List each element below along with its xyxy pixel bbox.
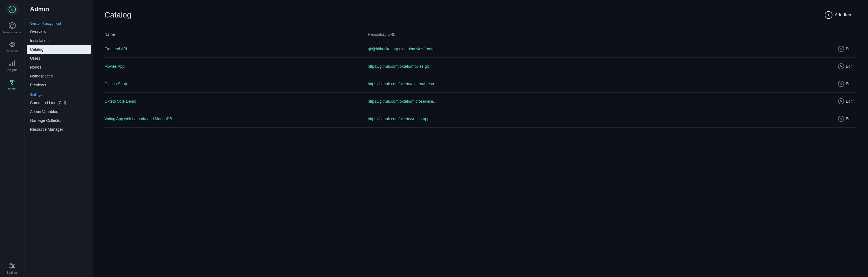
svg-line-13 <box>12 82 13 83</box>
settings-label: Settings <box>7 271 18 274</box>
sort-arrow-icon: ↑ <box>117 33 119 37</box>
sidebar-item-namespaces[interactable]: Namespaces <box>25 72 93 80</box>
admin-icon <box>8 78 16 86</box>
edit-label: Edit <box>846 64 852 69</box>
catalog-item-name[interactable]: Movies App <box>104 58 368 75</box>
column-header-repo: Repository URL <box>368 30 748 40</box>
table-row: Movies App https://github.com/okteto/mov… <box>104 58 857 75</box>
page-title: Catalog <box>104 10 131 20</box>
table-row: Okteto Vote Demo https://github.com/okte… <box>104 93 857 110</box>
catalog-item-url[interactable]: https://github.com/okteto/voting-app-... <box>368 110 748 128</box>
catalog-item-url[interactable]: git@bitbucket.org:okteto/movies-fronte..… <box>368 40 748 58</box>
table-row: Oktaco Shop https://github.com/okteto/ex… <box>104 75 857 93</box>
svg-line-12 <box>11 82 12 83</box>
catalog-item-actions: ✎ Edit <box>748 58 857 75</box>
sidebar-item-garbage-collector[interactable]: Garbage Collector <box>25 116 93 125</box>
sidebar-item-settings[interactable]: Settings <box>1 259 23 277</box>
previews-icon <box>8 40 16 48</box>
sidebar-item-cli[interactable]: Command Line (CLI) <box>25 98 93 107</box>
sidebar-item-installation[interactable]: Installation <box>25 36 93 45</box>
catalog-item-actions: ✎ Edit <box>748 93 857 110</box>
catalog-item-url[interactable]: https://github.com/okteto/movies.git <box>368 58 748 75</box>
column-header-name[interactable]: Name ↑ <box>104 30 368 40</box>
insights-label: Insights <box>7 68 18 72</box>
app-logo[interactable]: c <box>6 3 18 15</box>
sidebar-item-insights[interactable]: Insights <box>1 57 23 74</box>
sidebar-item-admin[interactable]: Admin <box>1 75 23 93</box>
sidebar-item-nodes[interactable]: Nodes <box>25 63 93 72</box>
catalog-item-url[interactable]: https://github.com/okteto/microservice..… <box>368 93 748 110</box>
edit-pencil-icon: ✎ <box>838 98 844 104</box>
catalog-item-name[interactable]: Okteto Vote Demo <box>104 93 368 110</box>
table-header: Name ↑ Repository URL <box>104 30 857 40</box>
edit-label: Edit <box>846 47 852 51</box>
add-item-label: Add Item <box>835 12 852 18</box>
catalog-item-name[interactable]: Oktaco Shop <box>104 75 368 93</box>
edit-button[interactable]: ✎ Edit <box>836 97 855 105</box>
edit-button[interactable]: ✎ Edit <box>836 80 855 88</box>
admin-label: Admin <box>8 87 17 91</box>
catalog-item-name[interactable]: Voting App with Lambda and MongoDB <box>104 110 368 128</box>
svg-rect-5 <box>9 64 10 66</box>
catalog-item-name[interactable]: Frontend API <box>104 40 368 58</box>
edit-label: Edit <box>846 116 852 121</box>
page-header: Catalog + Add Item <box>104 9 857 21</box>
add-item-button[interactable]: + Add Item <box>820 9 857 21</box>
sidebar: Admin Cluster Management Overview Instal… <box>25 0 93 277</box>
catalog-item-actions: ✎ Edit <box>748 110 857 128</box>
svg-point-19 <box>10 267 11 268</box>
sidebar-item-resource-manager[interactable]: Resource Manager <box>25 125 93 134</box>
sidebar-item-catalog[interactable]: Catalog <box>27 45 91 54</box>
table-row: Voting App with Lambda and MongoDB https… <box>104 110 857 128</box>
settings-icon <box>8 262 16 270</box>
settings-label: Settings <box>25 90 93 98</box>
sidebar-item-previews[interactable]: Previews <box>25 80 93 90</box>
svg-point-8 <box>10 80 12 82</box>
sidebar-title: Admin <box>25 5 93 18</box>
svg-rect-6 <box>12 62 13 66</box>
svg-point-18 <box>12 265 13 267</box>
cluster-management-label: Cluster Management <box>25 18 93 27</box>
catalog-item-actions: ✎ Edit <box>748 75 857 93</box>
catalog-item-actions: ✎ Edit <box>748 40 857 58</box>
svg-point-17 <box>10 264 11 265</box>
insights-icon <box>8 59 16 67</box>
svg-point-10 <box>11 83 13 84</box>
edit-label: Edit <box>846 81 852 86</box>
svg-point-4 <box>11 43 13 45</box>
main-content: Catalog + Add Item Name ↑ Repository URL… <box>93 0 868 277</box>
edit-pencil-icon: ✎ <box>838 116 844 122</box>
hexagon-icon <box>8 22 16 29</box>
sidebar-item-previews[interactable]: Previews <box>1 38 23 56</box>
edit-button[interactable]: ✎ Edit <box>836 45 855 53</box>
edit-label: Edit <box>846 99 852 104</box>
table-body: Frontend API git@bitbucket.org:okteto/mo… <box>104 40 857 128</box>
previews-label: Previews <box>6 49 18 53</box>
sidebar-item-overview[interactable]: Overview <box>25 27 93 36</box>
edit-button[interactable]: ✎ Edit <box>836 62 855 70</box>
edit-pencil-icon: ✎ <box>838 63 844 69</box>
svg-rect-7 <box>14 61 15 66</box>
edit-pencil-icon: ✎ <box>838 46 844 52</box>
catalog-item-url[interactable]: https://github.com/okteto/external-reso.… <box>368 75 748 93</box>
namespaces-label: Namespaces <box>3 31 21 34</box>
svg-text:c: c <box>11 7 13 11</box>
sidebar-item-users[interactable]: Users <box>25 54 93 63</box>
icon-bar: c Namespaces Previews Insights <box>0 0 25 277</box>
sidebar-item-namespaces[interactable]: Namespaces <box>1 19 23 37</box>
sidebar-item-admin-variables[interactable]: Admin Variables <box>25 107 93 116</box>
table-row: Frontend API git@bitbucket.org:okteto/mo… <box>104 40 857 58</box>
plus-circle-icon: + <box>825 11 832 19</box>
svg-marker-3 <box>10 24 14 28</box>
edit-pencil-icon: ✎ <box>838 81 844 87</box>
catalog-table: Name ↑ Repository URL Frontend API git@b… <box>104 30 857 128</box>
edit-button[interactable]: ✎ Edit <box>836 115 855 123</box>
